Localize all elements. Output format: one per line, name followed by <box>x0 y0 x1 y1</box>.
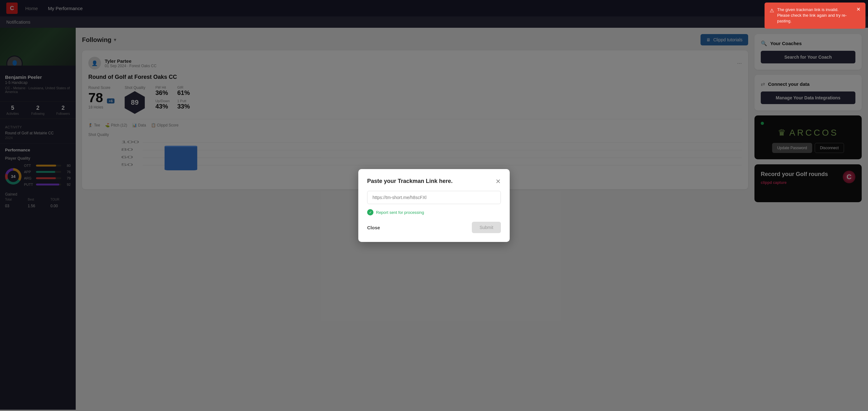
modal-header: Paste your Trackman Link here. ✕ <box>367 178 501 185</box>
modal-footer: Close Submit <box>367 222 501 233</box>
modal-success-message: ✓ Report sent for processing <box>367 209 501 215</box>
toast-close-button[interactable]: ✕ <box>856 7 861 12</box>
modal-submit-button[interactable]: Submit <box>472 222 501 233</box>
trackman-link-input[interactable] <box>367 191 501 204</box>
modal-title: Paste your Trackman Link here. <box>367 178 453 185</box>
warning-icon: ⚠ <box>770 7 774 14</box>
modal-overlay[interactable]: Paste your Trackman Link here. ✕ ✓ Repor… <box>0 0 868 410</box>
error-toast: ⚠ The given trackman link is invalid. Pl… <box>765 2 866 29</box>
success-checkmark-icon: ✓ <box>367 209 373 215</box>
modal-close-icon[interactable]: ✕ <box>496 178 501 185</box>
modal-close-button[interactable]: Close <box>367 225 380 230</box>
trackman-modal: Paste your Trackman Link here. ✕ ✓ Repor… <box>358 169 510 242</box>
